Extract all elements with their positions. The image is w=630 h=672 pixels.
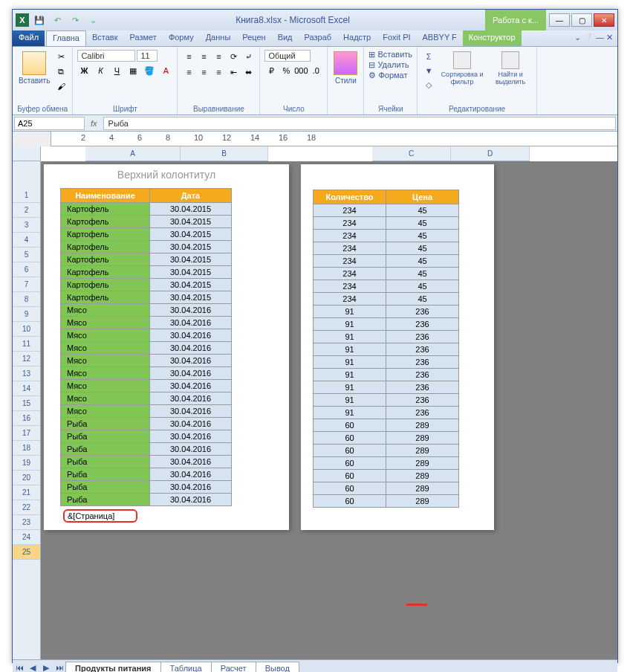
table-row[interactable]: 60289: [314, 495, 459, 508]
table-row[interactable]: Рыба30.04.2016: [61, 468, 232, 481]
tab-insert[interactable]: Вставк: [86, 30, 124, 46]
tab-view[interactable]: Вид: [272, 30, 299, 46]
table-row[interactable]: 91236: [314, 394, 459, 407]
border-button[interactable]: ▦: [126, 64, 140, 77]
font-size-combo[interactable]: 11: [137, 50, 158, 62]
align-right-button[interactable]: ≡: [212, 65, 225, 79]
col-header-a[interactable]: A: [85, 146, 181, 161]
sheet-nav-prev[interactable]: ◀: [26, 663, 39, 672]
row-header[interactable]: 7: [13, 277, 40, 292]
tab-abbyy[interactable]: ABBYY F: [417, 30, 463, 46]
table-row[interactable]: 91236: [314, 356, 459, 369]
row-header[interactable]: 4: [13, 233, 40, 248]
table-row[interactable]: Рыба30.04.2016: [61, 418, 232, 430]
table-row[interactable]: 91236: [314, 306, 459, 318]
qat-more-icon[interactable]: ⌄: [85, 13, 100, 27]
minimize-button[interactable]: —: [549, 13, 570, 27]
sheet-tab[interactable]: Продукты питания: [65, 662, 161, 673]
currency-button[interactable]: ₽: [264, 64, 278, 77]
row-header[interactable]: 12: [13, 352, 40, 366]
tab-layout[interactable]: Размет: [124, 30, 163, 46]
row-header[interactable]: 14: [13, 381, 40, 396]
table-row[interactable]: Мясо30.04.2016: [61, 329, 232, 342]
copy-button[interactable]: ⧉: [54, 65, 68, 78]
formula-input[interactable]: Рыба: [103, 117, 616, 130]
row-header[interactable]: 11: [13, 337, 40, 352]
header-section[interactable]: Верхний колонтитул: [60, 164, 273, 188]
sheet-tab[interactable]: Таблица: [160, 662, 212, 673]
sheet-nav-first[interactable]: ⏮: [13, 663, 26, 672]
table-row[interactable]: Картофель30.04.2015: [61, 291, 232, 304]
table-row[interactable]: Мясо30.04.2016: [61, 355, 232, 367]
table-row[interactable]: Картофель30.04.2015: [61, 203, 232, 216]
row-header[interactable]: 3: [13, 218, 40, 233]
table-row[interactable]: Картофель30.04.2015: [61, 241, 232, 253]
maximize-button[interactable]: ▢: [571, 13, 592, 27]
table-row[interactable]: 60289: [314, 432, 459, 445]
table-row[interactable]: Рыба30.04.2016: [61, 481, 232, 494]
number-format-combo[interactable]: Общий: [264, 50, 311, 62]
row-header[interactable]: 9: [13, 307, 40, 322]
align-bottom-button[interactable]: ≡: [212, 50, 225, 63]
col-header-c[interactable]: C: [372, 146, 451, 161]
table-row[interactable]: 23445: [314, 255, 459, 268]
name-box[interactable]: [14, 117, 85, 130]
table-row[interactable]: 60289: [314, 470, 459, 482]
wrap-text-button[interactable]: ⤶: [241, 50, 255, 63]
sheet-nav-next[interactable]: ▶: [39, 663, 53, 672]
tab-home[interactable]: Главна: [46, 30, 86, 46]
fill-color-button[interactable]: 🪣: [143, 64, 156, 77]
table-row[interactable]: 60289: [314, 482, 459, 495]
col-header-b[interactable]: B: [181, 146, 268, 161]
table-row[interactable]: Мясо30.04.2016: [61, 380, 232, 392]
table-row[interactable]: 60289: [314, 445, 459, 457]
italic-button[interactable]: К: [94, 64, 107, 77]
table-row[interactable]: 60289: [314, 419, 459, 432]
cut-button[interactable]: ✂: [54, 50, 68, 63]
ribbon-help-buttons[interactable]: ⌄ ❔ — ✕: [570, 30, 617, 46]
table-row[interactable]: Мясо30.04.2016: [61, 367, 232, 380]
tab-addins[interactable]: Надстр: [337, 30, 377, 46]
table-row[interactable]: Мясо30.04.2016: [61, 392, 232, 405]
find-select-button[interactable]: Найти и выделить: [489, 50, 532, 87]
row-header[interactable]: 22: [13, 500, 40, 515]
table-row[interactable]: 23445: [314, 217, 459, 230]
row-header[interactable]: 19: [13, 456, 40, 471]
table-row[interactable]: 91236: [314, 318, 459, 331]
merge-button[interactable]: ⬌: [241, 65, 255, 79]
table-row[interactable]: Мясо30.04.2016: [61, 342, 232, 355]
table-row[interactable]: 23445: [314, 293, 459, 306]
close-button[interactable]: ✕: [594, 13, 614, 27]
align-left-button[interactable]: ≡: [182, 65, 195, 79]
insert-cells-button[interactable]: ⊞ Вставить: [368, 50, 412, 59]
fx-icon[interactable]: fx: [86, 119, 102, 128]
tab-formulas[interactable]: Форму: [163, 30, 200, 46]
row-header[interactable]: 17: [13, 426, 40, 441]
row-header[interactable]: 10: [13, 322, 40, 337]
table-row[interactable]: Картофель30.04.2015: [61, 253, 232, 266]
clear-button[interactable]: ◇: [422, 78, 435, 91]
table-row[interactable]: 91236: [314, 369, 459, 381]
table-row[interactable]: 23445: [314, 280, 459, 293]
format-cells-button[interactable]: ⚙ Формат: [368, 71, 407, 80]
sheet-tab[interactable]: Вывод: [256, 662, 299, 673]
row-header[interactable]: 1: [13, 188, 40, 203]
table-row[interactable]: Мясо30.04.2016: [61, 317, 232, 329]
autosum-button[interactable]: Σ: [422, 50, 435, 63]
table-row[interactable]: 91236: [314, 381, 459, 394]
font-color-button[interactable]: A: [159, 64, 172, 77]
row-header[interactable]: 5: [13, 248, 40, 262]
row-header[interactable]: 16: [13, 411, 40, 426]
table-row[interactable]: 91236: [314, 343, 459, 356]
sort-filter-button[interactable]: Сортировка и фильтр: [438, 50, 486, 87]
percent-button[interactable]: %: [279, 64, 293, 77]
tab-developer[interactable]: Разраб: [299, 30, 338, 46]
qat-save-button[interactable]: 💾: [32, 13, 47, 27]
sheet-tab[interactable]: Расчет: [211, 662, 256, 673]
row-header[interactable]: 6: [13, 262, 40, 277]
table-row[interactable]: Картофель30.04.2015: [61, 216, 232, 228]
qat-redo-button[interactable]: ↷: [68, 13, 82, 27]
row-header[interactable]: 21: [13, 485, 40, 500]
row-header[interactable]: 23: [13, 515, 40, 530]
paste-button[interactable]: Вставить: [17, 50, 51, 86]
